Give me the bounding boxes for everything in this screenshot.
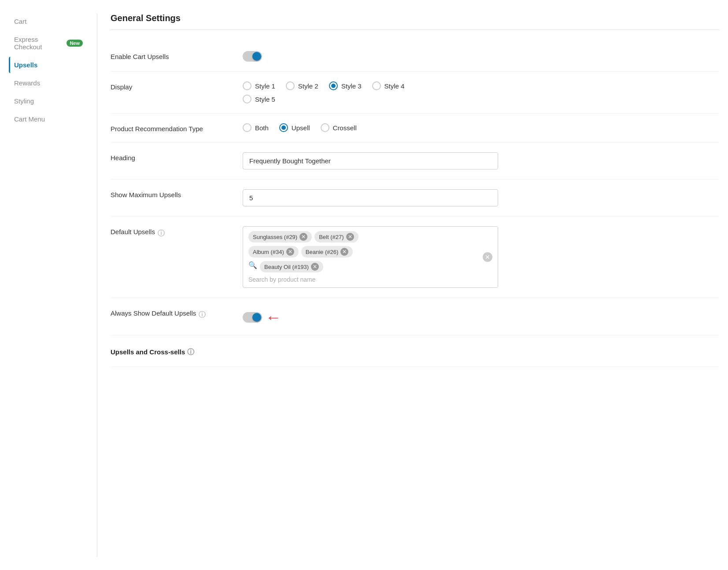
display-style4-label: Style 4: [384, 82, 405, 90]
display-style3-radio: [329, 81, 338, 90]
sidebar-item-rewards[interactable]: Rewards: [9, 75, 88, 91]
rec-type-upsell-radio: [279, 123, 288, 132]
sidebar-item-cart-menu-label: Cart Menu: [14, 115, 45, 123]
sidebar-item-cart-label: Cart: [14, 18, 26, 25]
display-style5-label: Style 5: [255, 96, 275, 103]
tag-sunglasses-remove[interactable]: ✕: [299, 233, 307, 241]
enable-cart-upsells-row: Enable Cart Upsells: [111, 41, 719, 72]
tag-sunglasses-label: Sunglasses (#29): [253, 234, 297, 240]
page-title: General Settings: [111, 13, 719, 30]
tag-beauty-oil: Beauty Oil (#193) ✕: [260, 261, 323, 272]
display-style2-option[interactable]: Style 2: [286, 81, 318, 90]
default-upsells-row: Default Upsells ⓘ Sunglasses (#29) ✕ Bel…: [111, 217, 719, 298]
default-upsells-help-icon[interactable]: ⓘ: [158, 229, 165, 238]
tags-row-3: 🔍 Beauty Oil (#193) ✕: [248, 261, 492, 272]
show-max-upsells-input[interactable]: [243, 189, 498, 206]
default-upsells-tags-wrap[interactable]: Sunglasses (#29) ✕ Belt (#27) ✕ Album (#…: [243, 226, 498, 288]
tag-album-remove[interactable]: ✕: [286, 248, 294, 256]
tag-album: Album (#34) ✕: [248, 246, 299, 257]
always-show-default-upsells-control: ←: [243, 308, 719, 325]
display-style4-radio: [372, 81, 381, 90]
always-show-default-upsells-label: Always Show Default Upsells ⓘ: [111, 308, 225, 320]
tag-beanie-label: Beanie (#26): [306, 249, 338, 255]
rec-type-both-label: Both: [255, 124, 269, 132]
tag-sunglasses: Sunglasses (#29) ✕: [248, 231, 312, 243]
tags-row-2: Album (#34) ✕ Beanie (#26) ✕: [248, 246, 492, 257]
tag-beanie-remove[interactable]: ✕: [340, 248, 348, 256]
heading-control: [243, 152, 719, 169]
sidebar-item-upsells[interactable]: Upsells: [9, 57, 88, 73]
product-rec-type-label: Product Recommendation Type: [111, 123, 225, 132]
display-style1-option[interactable]: Style 1: [243, 81, 275, 90]
enable-cart-upsells-label: Enable Cart Upsells: [111, 51, 225, 60]
tags-search-row: Search by product name: [248, 276, 492, 283]
upsells-cross-sells-heading: Upsells and Cross-sells ⓘ: [111, 347, 194, 357]
display-style2-radio: [286, 81, 295, 90]
always-show-toggle-with-arrow: ←: [243, 309, 719, 325]
tag-belt-remove[interactable]: ✕: [346, 233, 354, 241]
display-options-row1: Style 1 Style 2 Style 3 Style 4: [243, 81, 719, 90]
upsells-cross-sells-row: Upsells and Cross-sells ⓘ: [111, 335, 719, 367]
default-upsells-control: Sunglasses (#29) ✕ Belt (#27) ✕ Album (#…: [243, 226, 719, 288]
tag-belt-label: Belt (#27): [319, 234, 344, 240]
show-max-upsells-row: Show Maximum Upsells: [111, 180, 719, 217]
rec-type-crossell-option[interactable]: Crossell: [321, 123, 357, 132]
display-style3-option[interactable]: Style 3: [329, 81, 362, 90]
rec-type-crossell-label: Crossell: [333, 124, 357, 132]
display-row: Display Style 1 Style 2: [111, 72, 719, 114]
enable-cart-upsells-control: [243, 51, 719, 62]
upsells-cross-sells-label: Upsells and Cross-sells ⓘ: [111, 345, 225, 357]
rec-type-upsell-option[interactable]: Upsell: [279, 123, 310, 132]
tag-beauty-oil-remove[interactable]: ✕: [311, 263, 319, 271]
toggle-thumb: [252, 52, 261, 61]
tag-belt: Belt (#27) ✕: [314, 231, 358, 243]
red-arrow-annotation: ←: [266, 309, 281, 325]
display-style5-option[interactable]: Style 5: [243, 95, 275, 103]
display-style2-label: Style 2: [298, 82, 318, 90]
rec-type-upsell-label: Upsell: [292, 124, 310, 132]
heading-label: Heading: [111, 152, 225, 162]
enable-cart-upsells-toggle[interactable]: [243, 51, 262, 62]
display-options-row2: Style 5: [243, 95, 719, 103]
tags-row-1: Sunglasses (#29) ✕ Belt (#27) ✕: [248, 231, 492, 243]
sidebar-item-rewards-label: Rewards: [14, 79, 40, 87]
tag-album-label: Album (#34): [253, 249, 284, 255]
rec-type-crossell-radio: [321, 123, 329, 132]
tags-search-placeholder: Search by product name: [248, 276, 316, 283]
display-style1-label: Style 1: [255, 82, 275, 90]
sidebar-item-cart-menu[interactable]: Cart Menu: [9, 111, 88, 127]
always-show-toggle-thumb: [252, 313, 261, 322]
heading-input[interactable]: [243, 152, 498, 169]
always-show-help-icon[interactable]: ⓘ: [199, 310, 206, 320]
display-label: Display: [111, 81, 225, 91]
main-content: General Settings Enable Cart Upsells: [97, 13, 719, 557]
product-rec-type-row: Product Recommendation Type Both Upsell: [111, 114, 719, 143]
product-rec-type-control: Both Upsell Crossell: [243, 123, 719, 132]
display-style1-radio: [243, 81, 251, 90]
sidebar-item-styling-label: Styling: [14, 97, 34, 105]
display-style5-radio: [243, 95, 251, 103]
rec-type-both-option[interactable]: Both: [243, 123, 269, 132]
display-style4-option[interactable]: Style 4: [372, 81, 405, 90]
rec-type-both-radio: [243, 123, 251, 132]
sidebar-item-cart[interactable]: Cart: [9, 13, 88, 29]
sidebar-item-styling[interactable]: Styling: [9, 93, 88, 109]
upsells-cross-sells-help-icon[interactable]: ⓘ: [187, 348, 194, 357]
sidebar-item-upsells-label: Upsells: [14, 61, 37, 69]
default-upsells-label: Default Upsells ⓘ: [111, 226, 225, 238]
display-control: Style 1 Style 2 Style 3 Style 4: [243, 81, 719, 103]
always-show-default-upsells-toggle[interactable]: [243, 312, 262, 323]
product-rec-type-options: Both Upsell Crossell: [243, 123, 719, 132]
tag-beanie: Beanie (#26) ✕: [301, 246, 353, 257]
sidebar-item-express-checkout[interactable]: Express Checkout New: [9, 31, 88, 55]
always-show-default-upsells-row: Always Show Default Upsells ⓘ ←: [111, 298, 719, 335]
show-max-upsells-label: Show Maximum Upsells: [111, 189, 225, 199]
tags-clear-button[interactable]: ✕: [483, 252, 492, 262]
heading-row: Heading: [111, 143, 719, 180]
tag-beauty-oil-label: Beauty Oil (#193): [264, 264, 309, 270]
tags-search-icon: 🔍: [248, 261, 257, 272]
show-max-upsells-control: [243, 189, 719, 206]
sidebar: Cart Express Checkout New Upsells Reward…: [9, 13, 97, 557]
settings-section: Enable Cart Upsells Display: [111, 37, 719, 367]
sidebar-item-express-checkout-label: Express Checkout: [14, 36, 63, 51]
